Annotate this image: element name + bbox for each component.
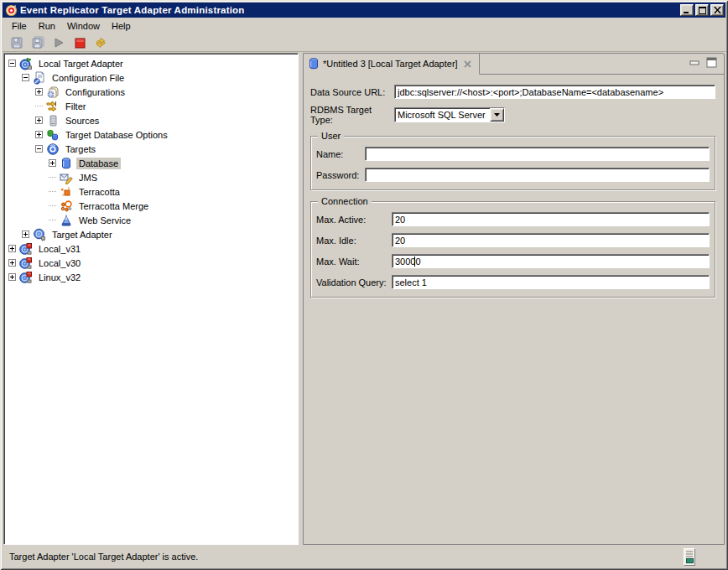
tree-item-linux-v32[interactable]: Linux_v32 [5,270,298,284]
minimize-icon [684,8,690,13]
targets-icon [46,142,60,156]
tab-close-icon[interactable] [462,59,473,70]
max-active-input[interactable] [392,212,710,226]
user-group: User Name: Password: [310,136,715,190]
tree-item-targets[interactable]: Targets [5,142,298,156]
menu-file[interactable]: File [6,19,33,33]
tree-item-target-database-options[interactable]: Target Database Options [5,127,298,142]
tree-item-terracotta[interactable]: Terracotta [5,184,298,199]
toolbar [3,34,725,52]
expand-expander-icon[interactable] [35,131,43,138]
tree-item-configuration-file[interactable]: Configuration File [5,70,298,85]
tree-item-label[interactable]: Local Target Adapter [36,58,126,70]
sources-icon [46,114,60,127]
refresh-button[interactable] [93,35,108,50]
tree-item-local-target-adapter[interactable]: Local Target Adapter [5,56,298,70]
tree-item-label[interactable]: Filter [63,101,88,112]
tree-item-label[interactable]: Local_v31 [36,243,83,255]
filter-icon [46,100,60,113]
editor-tab-label[interactable]: *Untitled 3 [Local Target Adapter] [323,59,458,69]
combo-dropdown-button[interactable] [490,108,504,122]
tree-item-label[interactable]: Configuration File [49,72,127,84]
tree-item-label[interactable]: Local_v30 [36,257,83,269]
tree-item-local-v31[interactable]: Local_v31 [5,241,298,256]
tree-item-local-v30[interactable]: Local_v30 [5,256,298,270]
expand-expander-icon[interactable] [49,159,56,167]
tree-item-label[interactable]: Targets [63,143,98,155]
tree-item-label[interactable]: Target Database Options [63,129,170,141]
expand-expander-icon[interactable] [22,231,29,238]
tree-item-database[interactable]: Database [5,156,298,170]
max-wait-input[interactable] [392,254,710,268]
collapse-expander-icon[interactable] [35,145,43,153]
tree-item-sources[interactable]: Sources [5,113,298,127]
app-icon [5,4,18,17]
user-password-input[interactable] [365,168,710,182]
maximize-button[interactable] [695,4,709,16]
max-idle-input[interactable] [392,233,710,247]
collapse-expander-icon[interactable] [22,74,29,81]
tree-item-label[interactable]: Terracotta Merge [76,200,151,212]
tree-item-filter[interactable]: Filter [5,99,298,113]
data-source-url-input[interactable] [394,85,715,99]
view-maximize-button[interactable] [706,57,717,68]
tree-item-label[interactable]: Linux_v32 [36,272,83,283]
tree-item-configurations[interactable]: Configurations [5,85,298,99]
close-button[interactable] [710,4,724,16]
tree-item-label[interactable]: Configurations [63,86,127,98]
rdbms-target-type-select[interactable]: Microsoft SQL Server [394,107,505,122]
server-icon [19,271,33,284]
run-button[interactable] [51,35,66,50]
expand-expander-icon[interactable] [35,117,43,124]
tree-connector [49,191,56,192]
tree-connector [49,205,56,206]
navigation-tree: Local Target Adapter Configuration File … [3,53,299,545]
tree-item-jms[interactable]: JMS [5,170,298,184]
save-icon [10,36,23,49]
connection-group: Connection Max. Active: Max. Idle: [310,201,715,298]
user-name-input[interactable] [365,147,710,161]
expand-expander-icon[interactable] [8,273,16,281]
save-all-icon [31,36,44,49]
tree-item-label[interactable]: JMS [76,172,100,184]
database-icon [309,58,319,70]
collapse-expander-icon[interactable] [8,60,16,67]
connection-group-legend: Connection [318,196,372,206]
main-area: Local Target Adapter Configuration File … [3,52,725,545]
expand-expander-icon[interactable] [35,88,43,96]
view-minimize-button[interactable] [689,60,699,65]
database-icon [60,157,73,170]
jms-icon [60,171,73,184]
validation-query-label: Validation Query: [316,277,392,288]
stop-button[interactable] [72,35,87,50]
validation-query-input[interactable] [392,275,710,289]
tree-item-terracotta-merge[interactable]: Terracotta Merge [5,199,298,213]
tree-item-web-service[interactable]: Web Service [5,213,298,227]
tree-item-label[interactable]: Terracotta [76,186,122,198]
menu-window[interactable]: Window [61,19,106,33]
save-all-button[interactable] [30,35,45,50]
tree-item-label[interactable]: Target Adapter [49,229,115,241]
menu-run[interactable]: Run [33,19,61,33]
heap-monitor-icon[interactable] [684,548,695,566]
web-service-icon [60,214,73,227]
maximize-icon [699,7,706,14]
editor-tab-row: *Untitled 3 [Local Target Adapter] [304,54,724,75]
tree-connector [35,106,43,106]
tree-item-target-adapter[interactable]: Target Adapter [5,227,298,241]
max-wait-label: Max. Wait: [316,256,392,267]
tree-item-label[interactable]: Database [76,158,121,169]
target-database-options-icon [46,128,60,142]
save-button[interactable] [9,35,24,50]
expand-expander-icon[interactable] [8,245,16,252]
view-minimize-icon [689,60,699,65]
editor-panel: *Untitled 3 [Local Target Adapter] [303,53,725,545]
expand-expander-icon[interactable] [8,259,16,267]
status-bar: Target Adapter 'Local Target Adapter' is… [3,546,725,567]
menu-help[interactable]: Help [106,19,137,33]
tree-item-label[interactable]: Sources [63,115,101,127]
editor-tab[interactable]: *Untitled 3 [Local Target Adapter] [304,54,480,75]
minimize-button[interactable] [680,4,694,16]
tree-item-label[interactable]: Web Service [76,215,133,226]
user-group-legend: User [318,131,344,141]
